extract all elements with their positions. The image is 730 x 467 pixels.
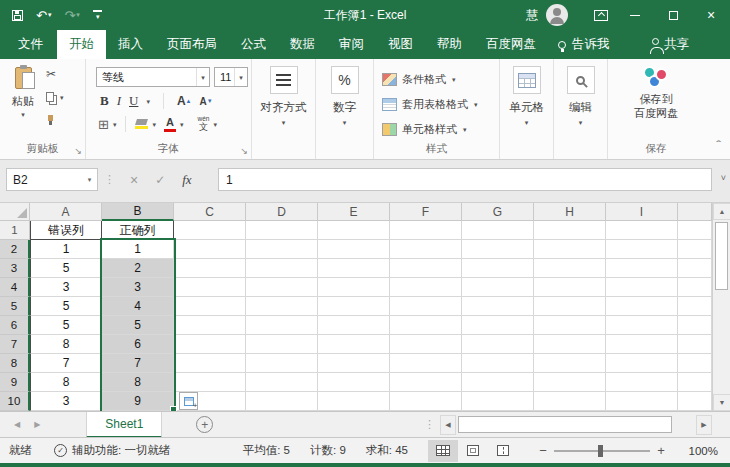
sheet-nav-left-icon[interactable]: ◀ [14, 420, 20, 429]
cell-H10[interactable] [534, 392, 606, 411]
format-painter-button[interactable] [46, 113, 64, 127]
tab-scrollbar-splitter[interactable]: ⋮ [424, 418, 435, 431]
ribbon-tab-5[interactable]: 公式 [229, 30, 278, 59]
cell-F4[interactable] [390, 278, 462, 297]
select-all-button[interactable] [0, 203, 30, 221]
fill-color-dropdown-icon[interactable]: ▾ [152, 121, 156, 128]
cell-E4[interactable] [318, 278, 390, 297]
cell-C7[interactable] [174, 335, 246, 354]
cell-E5[interactable] [318, 297, 390, 316]
formula-bar-drag-handle[interactable]: ⋮ [104, 173, 115, 186]
cell-partial-1[interactable] [678, 221, 712, 240]
sheet-nav-right-icon[interactable]: ▶ [34, 420, 40, 429]
cell-I1[interactable] [606, 221, 678, 240]
row-header-1[interactable]: 1 [0, 221, 30, 240]
maximize-button[interactable] [654, 0, 692, 30]
cell-I2[interactable] [606, 240, 678, 259]
col-header-I[interactable]: I [606, 203, 678, 221]
clipboard-dialog-launcher-icon[interactable]: ↘ [74, 146, 82, 156]
cell-F2[interactable] [390, 240, 462, 259]
ribbon-tab-4[interactable]: 页面布局 [155, 30, 229, 59]
copy-button[interactable]: ▾ [46, 90, 64, 104]
horizontal-scroll-thumb[interactable] [458, 416, 672, 433]
cell-B6[interactable]: 5 [102, 316, 174, 335]
cell-I9[interactable] [606, 373, 678, 392]
phonetic-guide-button[interactable]: wén 文 [197, 116, 209, 132]
col-header-C[interactable]: C [174, 203, 246, 221]
zoom-in-button[interactable]: + [654, 443, 668, 458]
cell-G7[interactable] [462, 335, 534, 354]
cell-B7[interactable]: 6 [102, 335, 174, 354]
cell-G3[interactable] [462, 259, 534, 278]
cell-I3[interactable] [606, 259, 678, 278]
ribbon-tab-9[interactable]: 帮助 [425, 30, 474, 59]
font-color-button[interactable]: A [164, 117, 176, 132]
format-as-table-button[interactable]: 套用表格格式 ▾ [382, 96, 478, 112]
cell-H5[interactable] [534, 297, 606, 316]
cell-D8[interactable] [246, 354, 318, 373]
cell-F9[interactable] [390, 373, 462, 392]
cell-C9[interactable] [174, 373, 246, 392]
cell-partial-7[interactable] [678, 335, 712, 354]
ribbon-tab-7[interactable]: 审阅 [327, 30, 376, 59]
cell-A4[interactable]: 3 [30, 278, 102, 297]
zoom-slider-handle[interactable] [598, 445, 603, 457]
vertical-scrollbar[interactable]: ▲ ▼ [712, 203, 730, 411]
cell-D10[interactable] [246, 392, 318, 411]
cell-B10[interactable]: 9 [102, 392, 174, 411]
cell-partial-4[interactable] [678, 278, 712, 297]
cell-C2[interactable] [174, 240, 246, 259]
cell-partial-10[interactable] [678, 392, 712, 411]
page-break-view-button[interactable] [488, 440, 518, 462]
cell-H3[interactable] [534, 259, 606, 278]
cell-partial-8[interactable] [678, 354, 712, 373]
undo-button[interactable]: ↶▾ [36, 9, 51, 22]
cell-B5[interactable]: 4 [102, 297, 174, 316]
scroll-down-icon[interactable]: ▼ [713, 394, 730, 411]
redo-button[interactable]: ↷▾ [64, 9, 79, 22]
paste-button[interactable]: 粘贴 ▾ [6, 65, 40, 139]
zoom-level[interactable]: 100% [680, 445, 718, 457]
cell-G9[interactable] [462, 373, 534, 392]
cell-B4[interactable]: 3 [102, 278, 174, 297]
cell-partial-6[interactable] [678, 316, 712, 335]
cell-H9[interactable] [534, 373, 606, 392]
fill-color-button[interactable] [135, 119, 148, 129]
cell-A1[interactable]: 错误列 [30, 221, 102, 240]
cell-C1[interactable] [174, 221, 246, 240]
cut-button[interactable]: ✂ [46, 67, 64, 81]
sheet-tab-sheet1[interactable]: Sheet1 [86, 412, 162, 438]
col-header-F[interactable]: F [390, 203, 462, 221]
normal-view-button[interactable] [428, 440, 458, 462]
cell-B8[interactable]: 7 [102, 354, 174, 373]
cell-F10[interactable] [390, 392, 462, 411]
cell-G4[interactable] [462, 278, 534, 297]
minimize-button[interactable] [616, 0, 654, 30]
formula-input[interactable]: 1 [218, 168, 712, 191]
ribbon-tab-1[interactable]: 文件 [4, 30, 57, 59]
cell-D3[interactable] [246, 259, 318, 278]
cancel-button[interactable]: × [130, 172, 138, 188]
cell-G2[interactable] [462, 240, 534, 259]
cell-I7[interactable] [606, 335, 678, 354]
cell-H8[interactable] [534, 354, 606, 373]
zoom-out-button[interactable]: − [536, 443, 550, 458]
cell-G8[interactable] [462, 354, 534, 373]
cell-partial-5[interactable] [678, 297, 712, 316]
ribbon-display-options-icon[interactable] [594, 10, 608, 21]
cell-styles-button[interactable]: 单元格样式 ▾ [382, 121, 467, 137]
cell-G10[interactable] [462, 392, 534, 411]
cell-A9[interactable]: 8 [30, 373, 102, 392]
zoom-slider[interactable] [554, 450, 650, 452]
row-header-2[interactable]: 2 [0, 240, 30, 259]
cell-H6[interactable] [534, 316, 606, 335]
page-layout-view-button[interactable] [458, 440, 488, 462]
cell-H7[interactable] [534, 335, 606, 354]
cell-F5[interactable] [390, 297, 462, 316]
cell-F6[interactable] [390, 316, 462, 335]
row-header-9[interactable]: 9 [0, 373, 30, 392]
cell-D2[interactable] [246, 240, 318, 259]
cell-C5[interactable] [174, 297, 246, 316]
cell-I6[interactable] [606, 316, 678, 335]
row-header-8[interactable]: 8 [0, 354, 30, 373]
